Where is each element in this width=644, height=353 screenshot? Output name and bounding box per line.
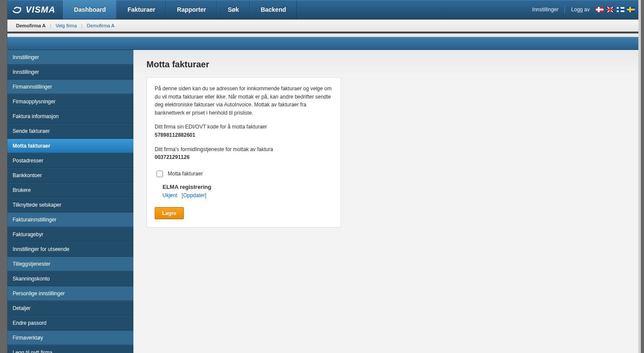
page-title: Motta fakturaer <box>146 59 628 69</box>
breadcrumb-firm: Demofirma A <box>16 23 46 28</box>
top-bar: VISMA DashboardFakturaerRapporterSøkBack… <box>7 0 641 20</box>
sidebar-item-innstillinger-for-utseende[interactable]: Innstillinger for utseende <box>7 242 133 257</box>
sidebar-item-postadresser[interactable]: Postadresser <box>7 153 133 168</box>
settings-link[interactable]: Innstillinger <box>532 7 559 13</box>
receive-checkbox-row: Motta fakturaer <box>155 169 333 178</box>
logout-link[interactable]: Logg av <box>571 7 590 13</box>
sidebar-header-firmainnstillinger: Firmainnstillinger <box>7 79 133 94</box>
sidebar-item-bankkontoer[interactable]: Bankkontoer <box>7 168 133 183</box>
sidebar-header-innstillinger: Innstillinger <box>7 50 133 65</box>
flag-uk-icon[interactable] <box>606 7 614 12</box>
edi-label: Ditt firma sin EDI/OVT kode for å motta … <box>155 123 333 131</box>
sidebar-item-faktura-informasjon[interactable]: Faktura informasjon <box>7 109 133 124</box>
elma-status: Ukjent <box>163 192 177 198</box>
elma-title: ELMA registrering <box>163 183 333 191</box>
operator-label: Ditt firma's formidlingstjeneste for mot… <box>155 145 333 154</box>
sidebar: InnstillingerInnstillingerFirmainnstilli… <box>7 50 133 353</box>
sidebar-item-sende-fakturaer[interactable]: Sende fakturaer <box>7 124 133 139</box>
tab-dashboard[interactable]: Dashboard <box>63 0 116 19</box>
sidebar-item-legg-til-nytt-firma[interactable]: Legg til nytt firma <box>7 345 133 353</box>
tab-fakturaer[interactable]: Fakturaer <box>116 0 166 19</box>
flag-norway-icon[interactable] <box>596 7 604 12</box>
breadcrumb-choose-firm[interactable]: Velg firma <box>56 23 77 28</box>
flag-finland-icon[interactable] <box>617 7 624 12</box>
breadcrumb-sep: | <box>81 23 83 28</box>
receive-checkbox-label: Motta fakturaer <box>168 170 203 178</box>
sidebar-header-fakturainnstillinger: Fakturainnstillinger <box>7 212 133 227</box>
save-button[interactable]: Lagre <box>155 207 184 219</box>
tab-sok[interactable]: Søk <box>217 0 250 19</box>
sidebar-header-personlige-innstillinger: Personlige innstillinger <box>7 286 133 301</box>
brand-swirl-icon <box>12 4 23 15</box>
brand-logo: VISMA <box>7 0 63 19</box>
scrollbar[interactable] <box>638 0 641 353</box>
content-area: Motta fakturaer På denne siden kan du se… <box>133 50 641 353</box>
sidebar-header-tilleggstjenester: Tilleggstjenester <box>7 257 133 271</box>
language-flags <box>596 7 635 12</box>
breadcrumb-firm-link[interactable]: Demofirma A <box>87 23 115 28</box>
sidebar-item-brukere[interactable]: Brukere <box>7 183 133 198</box>
sidebar-item-firmaopplysninger[interactable]: Firmaopplysninger <box>7 94 133 109</box>
banner-strip <box>7 37 641 50</box>
edi-value: 57898112882601 <box>155 131 333 139</box>
breadcrumb-sep: | <box>50 23 51 28</box>
breadcrumb-bar: Demofirma A | Velg firma | Demofirma A <box>7 20 641 32</box>
elma-update-link[interactable]: [Oppdater] <box>182 192 206 198</box>
divider <box>7 32 641 33</box>
top-right: Innstillinger Logg av <box>526 0 641 19</box>
top-nav: DashboardFakturaerRapporterSøkBackend <box>63 0 297 19</box>
receive-invoices-card: På denne siden kan du se adressen for in… <box>146 77 341 228</box>
sidebar-item-endre-passord[interactable]: Endre passord <box>7 316 133 330</box>
intro-text: På denne siden kan du se adressen for in… <box>155 85 333 117</box>
receive-invoices-checkbox[interactable] <box>156 171 163 177</box>
sidebar-item-innstillinger[interactable]: Innstillinger <box>7 65 133 79</box>
brand-text: VISMA <box>26 5 55 15</box>
sidebar-item-tilknyttede-selskaper[interactable]: Tilknyttede selskaper <box>7 198 133 212</box>
sidebar-item-fakturagebyr[interactable]: Fakturagebyr <box>7 227 133 242</box>
operator-value: 003721291126 <box>155 153 333 162</box>
tab-backend[interactable]: Backend <box>250 0 297 19</box>
main-layout: InnstillingerInnstillingerFirmainnstilli… <box>7 50 641 353</box>
elma-block: ELMA registrering Ukjent [Oppdater] <box>163 183 333 200</box>
tab-rapporter[interactable]: Rapporter <box>166 0 217 19</box>
separator <box>564 6 565 13</box>
sidebar-item-detaljer[interactable]: Detaljer <box>7 301 133 316</box>
sidebar-header-firmaverkt-y: Firmaverktøy <box>7 330 133 345</box>
flag-sweden-icon[interactable] <box>627 7 635 12</box>
sidebar-item-skanningskonto[interactable]: Skanningskonto <box>7 271 133 286</box>
sidebar-item-motta-fakturaer[interactable]: Motta fakturaer <box>7 139 133 153</box>
